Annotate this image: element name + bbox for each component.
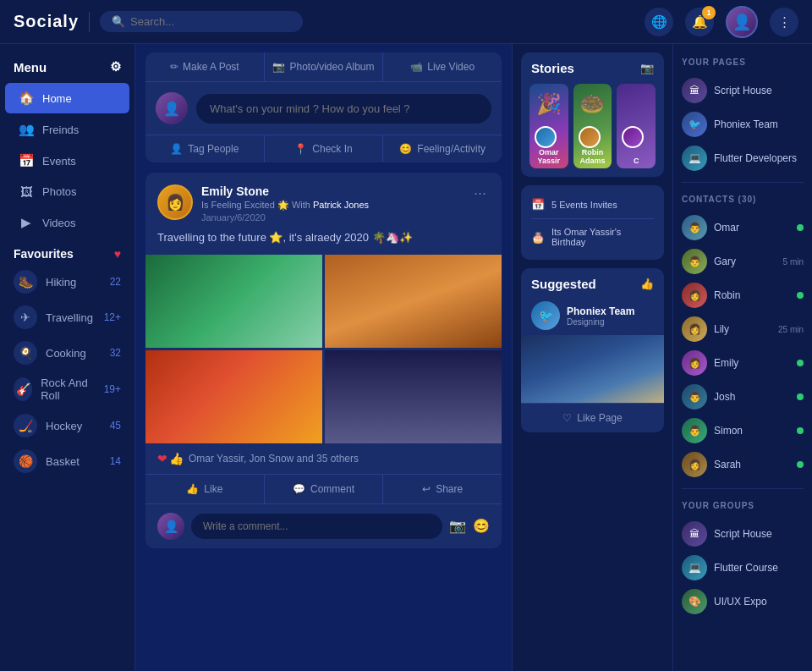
group-name: Script House xyxy=(714,528,804,540)
story-item-omar[interactable]: 🎉 Omar Yassir xyxy=(529,84,568,168)
like-page-button[interactable]: ♡ Like Page xyxy=(521,403,664,432)
camera-comment-icon[interactable]: 📷 xyxy=(449,518,466,534)
fav-item-hockey[interactable]: 🏒 Hockey 45 xyxy=(0,408,134,443)
contacts-title: CONTACTS (30) xyxy=(682,190,804,211)
like-page-label: Like Page xyxy=(577,412,622,424)
fav-label: Basket xyxy=(46,455,80,468)
sidebar-item-label: Events xyxy=(42,155,76,168)
contact-item-omar[interactable]: 👨 Omar xyxy=(682,211,804,245)
online-indicator xyxy=(797,461,804,468)
post-more-menu[interactable]: ··· xyxy=(470,184,490,202)
share-button[interactable]: ↩ Share xyxy=(383,475,502,503)
sidebar-item-home[interactable]: 🏠 Home xyxy=(5,83,129,113)
event-item-birthday[interactable]: 🎂 Its Omar Yassir's Birthday xyxy=(531,223,654,251)
page-item-flutter-developers[interactable]: 💻 Flutter Developers xyxy=(682,141,804,175)
sidebar-item-events[interactable]: 📅 Events xyxy=(5,146,129,176)
fav-count: 12+ xyxy=(104,311,121,323)
post-image-2 xyxy=(325,255,502,348)
sidebar: Menu ⚙ 🏠 Home 👥 Freinds 📅 Events 🖼 Photo… xyxy=(0,44,135,671)
user-avatar[interactable]: 👤 xyxy=(726,6,758,38)
contact-item-emily[interactable]: 👩 Emily xyxy=(682,346,804,380)
favourites-header: Favourites ♥ xyxy=(0,239,134,264)
action-label: Feeling/Activity xyxy=(417,143,486,155)
group-item-script-house[interactable]: 🏛 Script House xyxy=(682,517,804,551)
search-input[interactable] xyxy=(130,15,291,28)
group-item-flutter-course[interactable]: 💻 Flutter Course xyxy=(682,551,804,585)
contact-name: Sarah xyxy=(714,459,790,470)
online-indicator xyxy=(797,360,804,366)
post-footer: 👍 Like 💬 Comment ↩ Share xyxy=(145,474,502,503)
contact-item-lily[interactable]: 👩 Lily 25 min xyxy=(682,312,804,346)
your-pages-title: YOUR PAGES xyxy=(682,52,804,74)
main-layout: Menu ⚙ 🏠 Home 👥 Freinds 📅 Events 🖼 Photo… xyxy=(0,44,812,671)
contact-item-sarah[interactable]: 👩 Sarah xyxy=(682,448,804,481)
group-avatar: 💻 xyxy=(682,555,707,580)
comment-text-input[interactable] xyxy=(191,514,442,539)
share-icon: ↩ xyxy=(422,483,431,495)
stories-icon[interactable]: 📷 xyxy=(640,62,654,74)
fav-item-hiking[interactable]: 🥾 Hiking 22 xyxy=(0,264,134,300)
tab-make-a-post[interactable]: ✏ Make A Post xyxy=(145,52,265,81)
page-item-phoniex-team[interactable]: 🐦 Phoniex Team xyxy=(682,107,804,141)
notifications-button[interactable]: 🔔 1 xyxy=(685,8,714,36)
favourites-label: Favourites xyxy=(14,247,74,261)
group-item-uiux-expo[interactable]: 🎨 UI/UX Expo xyxy=(682,585,804,619)
search-bar[interactable]: 🔍 xyxy=(100,11,303,32)
sidebar-item-label: Videos xyxy=(42,217,76,229)
page-item-script-house[interactable]: 🏛 Script House xyxy=(682,74,804,107)
rock-icon: 🎸 xyxy=(14,377,32,401)
story-item-c[interactable]: C xyxy=(617,84,656,168)
page-name: Script House xyxy=(714,85,804,96)
sidebar-item-videos[interactable]: ▶ Videos xyxy=(5,207,129,238)
sidebar-item-label: Home xyxy=(42,92,72,105)
contact-item-josh[interactable]: 👨 Josh xyxy=(682,380,804,414)
sidebar-item-photos[interactable]: 🖼 Photos xyxy=(5,177,129,206)
contact-avatar: 👩 xyxy=(682,350,707,376)
action-label: Tag People xyxy=(188,143,239,155)
story-item-robin[interactable]: 🍩 Robin Adams xyxy=(573,84,612,168)
contact-name: Emily xyxy=(714,357,790,369)
contact-item-simon[interactable]: 👨 Simon xyxy=(682,414,804,448)
story-deco: 🎉 xyxy=(536,92,562,116)
globe-button[interactable]: 🌐 xyxy=(645,8,673,36)
app-logo: Socialy xyxy=(14,12,79,31)
like-button[interactable]: 👍 Like xyxy=(145,475,265,503)
post-text-input[interactable] xyxy=(196,94,491,124)
post-image-4 xyxy=(325,350,502,443)
contact-name: Simon xyxy=(714,425,790,437)
settings-icon[interactable]: ⚙ xyxy=(110,59,121,74)
post-text-content: Travelling to the future ⭐, it's alraedy… xyxy=(145,229,502,255)
online-indicator xyxy=(797,427,804,434)
hockey-icon: 🏒 xyxy=(14,414,37,437)
fav-item-rock-and-roll[interactable]: 🎸 Rock And Roll 19+ xyxy=(0,371,134,408)
fav-item-basket[interactable]: 🏀 Basket 14 xyxy=(0,443,134,479)
heart-icon: ♡ xyxy=(562,412,572,424)
stories-title: Stories xyxy=(531,61,574,75)
contact-avatar: 👨 xyxy=(682,418,707,443)
tab-live-video[interactable]: 📹 Live Video xyxy=(383,52,502,81)
tab-photo-video[interactable]: 📷 Photo/video Album xyxy=(265,52,384,81)
tab-label: Make A Post xyxy=(183,61,239,73)
contact-item-robin[interactable]: 👩 Robin xyxy=(682,278,804,312)
pencil-icon: ✏ xyxy=(170,61,178,73)
post-input-row: 👤 xyxy=(145,82,502,135)
post-with-user[interactable]: Patrick Jones xyxy=(313,200,369,210)
suggested-page-item[interactable]: 🐦 Phoniex Team Designing xyxy=(521,296,664,335)
fav-label: Rock And Roll xyxy=(41,377,96,402)
post-header: 👩 Emily Stone Is Feeling Excited 🌟 With … xyxy=(145,173,502,229)
tab-label: Photo/video Album xyxy=(289,61,374,73)
contact-item-gary[interactable]: 👨 Gary 5 min xyxy=(682,245,804,278)
comment-button[interactable]: 💬 Comment xyxy=(265,475,384,503)
event-item-invites[interactable]: 📅 5 Events Invites xyxy=(531,194,654,215)
emoji-comment-icon[interactable]: 😊 xyxy=(473,518,490,534)
sidebar-item-freinds[interactable]: 👥 Freinds xyxy=(5,114,129,145)
post-image-grid xyxy=(145,255,502,443)
tab-label: Live Video xyxy=(427,61,475,73)
suggested-page-cover xyxy=(521,335,664,403)
fav-item-travelling[interactable]: ✈ Travelling 12+ xyxy=(0,300,134,335)
check-in-button[interactable]: 📍 Check In xyxy=(265,135,384,162)
tag-people-button[interactable]: 👤 Tag People xyxy=(145,135,265,162)
more-options-button[interactable]: ⋮ xyxy=(770,8,798,36)
feeling-activity-button[interactable]: 😊 Feeling/Activity xyxy=(383,135,502,162)
fav-item-cooking[interactable]: 🍳 Cooking 32 xyxy=(0,335,134,371)
